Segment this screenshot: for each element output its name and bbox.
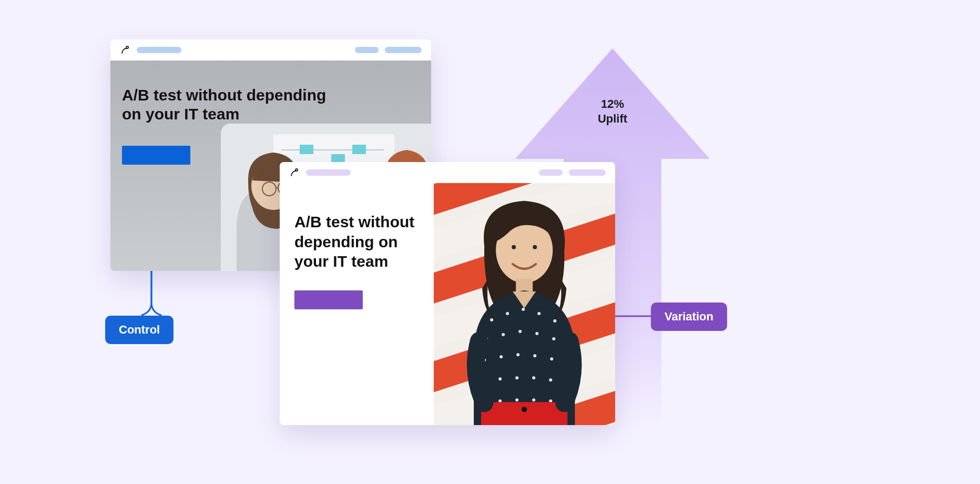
uplift-label: 12% Uplift	[578, 97, 647, 126]
svg-point-35	[519, 330, 522, 333]
svg-point-29	[506, 312, 509, 315]
control-headline: A/B test without depending on your IT te…	[122, 86, 343, 124]
svg-point-26	[533, 245, 537, 249]
variation-label-text: Variation	[665, 310, 713, 323]
svg-point-28	[491, 318, 494, 321]
nav-pill	[355, 47, 379, 53]
logo-icon	[120, 45, 130, 55]
svg-point-45	[499, 377, 502, 380]
svg-point-25	[512, 245, 516, 249]
nav-pill	[539, 169, 563, 176]
svg-point-42	[550, 357, 554, 360]
logo-icon	[289, 167, 300, 178]
variation-body: A/B test without depending on your IT te…	[280, 183, 615, 425]
svg-point-1	[126, 46, 128, 48]
variation-hero-image	[434, 183, 615, 425]
svg-point-37	[553, 337, 556, 340]
svg-point-52	[516, 398, 519, 401]
svg-point-40	[517, 353, 520, 356]
nav-pill	[306, 169, 351, 176]
nav-pill	[569, 169, 606, 176]
svg-point-30	[522, 308, 525, 311]
uplift-caption: Uplift	[598, 112, 627, 125]
nav-pill	[385, 47, 422, 53]
variation-headline: A/B test without depending on your IT te…	[294, 212, 424, 271]
svg-point-31	[538, 312, 541, 315]
svg-point-15	[295, 169, 298, 171]
control-cta-button[interactable]	[122, 146, 190, 165]
svg-point-34	[502, 333, 505, 336]
uplift-value: 12%	[601, 97, 624, 110]
control-label-text: Control	[119, 323, 160, 336]
control-browser-header	[110, 39, 431, 60]
svg-rect-6	[300, 145, 313, 154]
svg-point-39	[500, 355, 503, 358]
control-connector	[136, 271, 167, 316]
svg-point-56	[522, 407, 527, 412]
svg-point-53	[533, 398, 536, 401]
variation-browser-header	[280, 162, 615, 183]
svg-point-32	[554, 319, 557, 322]
svg-point-48	[549, 378, 553, 381]
control-label-badge: Control	[105, 316, 173, 344]
variation-connector	[615, 314, 652, 319]
variation-label-badge: Variation	[651, 302, 727, 331]
svg-point-41	[534, 354, 537, 357]
svg-point-46	[516, 376, 519, 379]
svg-rect-8	[352, 145, 366, 154]
variation-cta-button[interactable]	[294, 290, 363, 309]
nav-pill	[137, 47, 181, 53]
svg-point-36	[536, 332, 539, 335]
variation-card: A/B test without depending on your IT te…	[280, 162, 615, 425]
svg-point-47	[533, 376, 536, 379]
